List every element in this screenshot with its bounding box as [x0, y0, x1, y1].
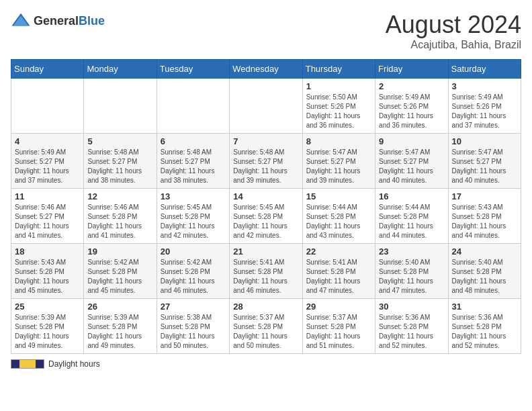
day-info: Sunrise: 5:36 AM Sunset: 5:28 PM Dayligh…: [379, 313, 444, 351]
day-info: Sunrise: 5:42 AM Sunset: 5:28 PM Dayligh…: [161, 258, 226, 295]
day-number: 9: [379, 136, 444, 146]
day-info: Sunrise: 5:40 AM Sunset: 5:28 PM Dayligh…: [379, 258, 444, 295]
day-number: 8: [306, 136, 371, 146]
calendar-day-cell: [230, 79, 302, 134]
legend-dark2: [36, 360, 44, 368]
calendar-day-cell: 1Sunrise: 5:50 AM Sunset: 5:26 PM Daylig…: [302, 79, 375, 134]
day-number: 26: [87, 302, 152, 312]
day-number: 11: [15, 191, 80, 201]
daylight-legend: Daylight hours: [11, 359, 100, 369]
day-info: Sunrise: 5:41 AM Sunset: 5:28 PM Dayligh…: [306, 258, 371, 295]
calendar-day-cell: 25Sunrise: 5:39 AM Sunset: 5:28 PM Dayli…: [11, 299, 84, 354]
day-number: 15: [306, 191, 371, 201]
day-info: Sunrise: 5:45 AM Sunset: 5:28 PM Dayligh…: [161, 203, 226, 240]
calendar-subtitle: Acajutiba, Bahia, Brazil: [386, 39, 521, 51]
day-info: Sunrise: 5:50 AM Sunset: 5:26 PM Dayligh…: [306, 93, 371, 130]
calendar-day-cell: 23Sunrise: 5:40 AM Sunset: 5:28 PM Dayli…: [375, 244, 448, 299]
day-info: Sunrise: 5:36 AM Sunset: 5:28 PM Dayligh…: [452, 313, 517, 351]
calendar-table: SundayMondayTuesdayWednesdayThursdayFrid…: [11, 59, 521, 354]
day-number: 22: [306, 246, 371, 257]
day-number: 18: [15, 246, 80, 257]
calendar-day-cell: 3Sunrise: 5:49 AM Sunset: 5:26 PM Daylig…: [448, 79, 521, 134]
legend-bar: [11, 359, 44, 369]
day-info: Sunrise: 5:43 AM Sunset: 5:28 PM Dayligh…: [452, 203, 517, 240]
day-number: 19: [87, 246, 152, 257]
day-info: Sunrise: 5:49 AM Sunset: 5:27 PM Dayligh…: [15, 148, 80, 185]
day-number: 3: [452, 81, 517, 91]
calendar-day-cell: 27Sunrise: 5:38 AM Sunset: 5:28 PM Dayli…: [157, 299, 229, 354]
calendar-day-cell: [11, 79, 84, 134]
day-of-week-header: Wednesday: [230, 60, 302, 79]
day-info: Sunrise: 5:48 AM Sunset: 5:27 PM Dayligh…: [87, 148, 152, 185]
day-number: 5: [87, 136, 152, 146]
title-block: August 2024 Acajutiba, Bahia, Brazil: [386, 11, 521, 51]
day-info: Sunrise: 5:47 AM Sunset: 5:27 PM Dayligh…: [452, 148, 517, 185]
calendar-day-cell: 5Sunrise: 5:48 AM Sunset: 5:27 PM Daylig…: [84, 134, 157, 189]
day-number: 30: [379, 302, 444, 312]
day-info: Sunrise: 5:44 AM Sunset: 5:28 PM Dayligh…: [379, 203, 444, 240]
day-info: Sunrise: 5:49 AM Sunset: 5:26 PM Dayligh…: [452, 93, 517, 130]
day-number: 28: [233, 302, 298, 312]
calendar-day-cell: 21Sunrise: 5:41 AM Sunset: 5:28 PM Dayli…: [230, 244, 302, 299]
day-number: 25: [15, 302, 80, 312]
day-number: 10: [452, 136, 517, 146]
day-number: 27: [161, 302, 226, 312]
calendar-day-cell: 12Sunrise: 5:46 AM Sunset: 5:28 PM Dayli…: [84, 189, 157, 244]
day-info: Sunrise: 5:47 AM Sunset: 5:27 PM Dayligh…: [306, 148, 371, 185]
calendar-week-row: 11Sunrise: 5:46 AM Sunset: 5:27 PM Dayli…: [11, 189, 521, 244]
calendar-day-cell: 30Sunrise: 5:36 AM Sunset: 5:28 PM Dayli…: [375, 299, 448, 354]
day-info: Sunrise: 5:46 AM Sunset: 5:28 PM Dayligh…: [87, 203, 152, 240]
calendar-day-cell: 29Sunrise: 5:37 AM Sunset: 5:28 PM Dayli…: [302, 299, 375, 354]
calendar-week-row: 18Sunrise: 5:43 AM Sunset: 5:28 PM Dayli…: [11, 244, 521, 299]
calendar-day-cell: 24Sunrise: 5:40 AM Sunset: 5:28 PM Dayli…: [448, 244, 521, 299]
calendar-day-cell: 28Sunrise: 5:37 AM Sunset: 5:28 PM Dayli…: [230, 299, 302, 354]
calendar-week-row: 4Sunrise: 5:49 AM Sunset: 5:27 PM Daylig…: [11, 134, 521, 189]
day-number: 6: [161, 136, 226, 146]
day-info: Sunrise: 5:37 AM Sunset: 5:28 PM Dayligh…: [233, 313, 298, 351]
day-number: 14: [233, 191, 298, 201]
legend-light: [19, 360, 36, 368]
day-number: 13: [161, 191, 226, 201]
calendar-day-cell: [84, 79, 157, 134]
day-number: 31: [452, 302, 517, 312]
day-number: 20: [161, 246, 226, 257]
logo-text-blue: Blue: [79, 14, 105, 28]
day-info: Sunrise: 5:42 AM Sunset: 5:28 PM Dayligh…: [87, 258, 152, 295]
day-info: Sunrise: 5:49 AM Sunset: 5:26 PM Dayligh…: [379, 93, 444, 130]
day-number: 21: [233, 246, 298, 257]
day-info: Sunrise: 5:39 AM Sunset: 5:28 PM Dayligh…: [87, 313, 152, 351]
calendar-day-cell: 18Sunrise: 5:43 AM Sunset: 5:28 PM Dayli…: [11, 244, 84, 299]
page-header: GeneralBlue August 2024 Acajutiba, Bahia…: [11, 11, 521, 51]
calendar-day-cell: 6Sunrise: 5:48 AM Sunset: 5:27 PM Daylig…: [157, 134, 229, 189]
calendar-day-cell: 9Sunrise: 5:47 AM Sunset: 5:27 PM Daylig…: [375, 134, 448, 189]
calendar-body: 1Sunrise: 5:50 AM Sunset: 5:26 PM Daylig…: [11, 79, 521, 354]
calendar-day-cell: 31Sunrise: 5:36 AM Sunset: 5:28 PM Dayli…: [448, 299, 521, 354]
calendar-day-cell: [157, 79, 229, 134]
day-info: Sunrise: 5:45 AM Sunset: 5:28 PM Dayligh…: [233, 203, 298, 240]
day-info: Sunrise: 5:47 AM Sunset: 5:27 PM Dayligh…: [379, 148, 444, 185]
day-info: Sunrise: 5:44 AM Sunset: 5:28 PM Dayligh…: [306, 203, 371, 240]
calendar-day-cell: 19Sunrise: 5:42 AM Sunset: 5:28 PM Dayli…: [84, 244, 157, 299]
calendar-title: August 2024: [386, 11, 521, 39]
calendar-week-row: 1Sunrise: 5:50 AM Sunset: 5:26 PM Daylig…: [11, 79, 521, 134]
day-of-week-header: Monday: [84, 60, 157, 79]
day-number: 17: [452, 191, 517, 201]
day-info: Sunrise: 5:48 AM Sunset: 5:27 PM Dayligh…: [233, 148, 298, 185]
logo-icon: [11, 11, 31, 31]
calendar-week-row: 25Sunrise: 5:39 AM Sunset: 5:28 PM Dayli…: [11, 299, 521, 354]
calendar-day-cell: 26Sunrise: 5:39 AM Sunset: 5:28 PM Dayli…: [84, 299, 157, 354]
logo: GeneralBlue: [11, 11, 105, 31]
day-number: 2: [379, 81, 444, 91]
calendar-day-cell: 22Sunrise: 5:41 AM Sunset: 5:28 PM Dayli…: [302, 244, 375, 299]
day-info: Sunrise: 5:48 AM Sunset: 5:27 PM Dayligh…: [161, 148, 226, 185]
calendar-footer: Daylight hours: [11, 359, 521, 369]
calendar-header-row: SundayMondayTuesdayWednesdayThursdayFrid…: [11, 60, 521, 79]
day-number: 29: [306, 302, 371, 312]
day-number: 4: [15, 136, 80, 146]
day-info: Sunrise: 5:40 AM Sunset: 5:28 PM Dayligh…: [452, 258, 517, 295]
calendar-day-cell: 14Sunrise: 5:45 AM Sunset: 5:28 PM Dayli…: [230, 189, 302, 244]
calendar-day-cell: 11Sunrise: 5:46 AM Sunset: 5:27 PM Dayli…: [11, 189, 84, 244]
day-info: Sunrise: 5:46 AM Sunset: 5:27 PM Dayligh…: [15, 203, 80, 240]
day-info: Sunrise: 5:43 AM Sunset: 5:28 PM Dayligh…: [15, 258, 80, 295]
day-number: 16: [379, 191, 444, 201]
